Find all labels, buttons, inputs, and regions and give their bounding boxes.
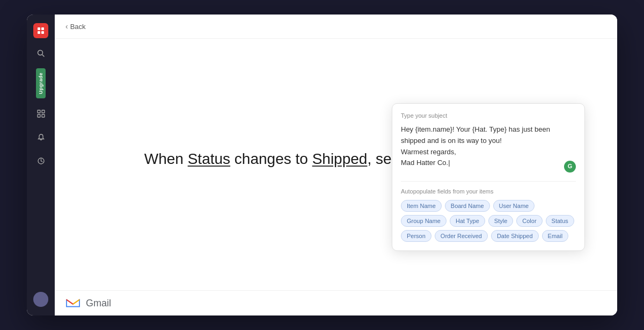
shipped-word[interactable]: Shipped: [312, 150, 368, 167]
gmail-logo-icon: [65, 297, 80, 309]
autopopulate-tag[interactable]: Status: [546, 215, 574, 227]
email-popup-card: Type your subject Hey {item.name}! Your …: [392, 103, 585, 251]
main-content: ‹ Back When Status changes to Shipped, s…: [55, 15, 617, 315]
grammarly-icon: G: [564, 161, 576, 173]
status-word[interactable]: Status: [188, 150, 230, 167]
back-button[interactable]: ‹ Back: [65, 22, 86, 31]
autopopulate-tag[interactable]: Order Received: [435, 230, 488, 242]
back-arrow-icon: ‹: [65, 22, 68, 31]
svg-line-12: [41, 161, 42, 162]
svg-rect-0: [38, 27, 40, 30]
grid-sidebar-icon[interactable]: [32, 105, 49, 122]
autopopulate-tag[interactable]: Email: [542, 230, 569, 242]
autopopulate-tag[interactable]: User Name: [493, 200, 535, 212]
divider: [401, 181, 576, 182]
svg-rect-2: [38, 31, 40, 34]
sidebar-logo: [33, 23, 48, 38]
search-sidebar-icon[interactable]: [32, 45, 49, 62]
sidebar: Upgrade: [27, 15, 55, 315]
svg-rect-8: [38, 114, 40, 117]
autopopulate-tag[interactable]: Person: [401, 230, 431, 242]
bottom-bar: Gmail: [55, 290, 617, 315]
app-window: Upgrade: [27, 15, 617, 315]
sentence-part1: When: [144, 150, 188, 167]
sentence-part2: changes to: [230, 150, 312, 167]
clock-sidebar-icon[interactable]: [32, 152, 49, 169]
back-label: Back: [70, 23, 86, 31]
svg-rect-7: [42, 110, 45, 113]
gmail-label: Gmail: [86, 298, 111, 309]
autopopulate-tag[interactable]: Style: [488, 215, 513, 227]
tags-container: Item NameBoard NameUser NameGroup NameHa…: [401, 200, 576, 242]
upgrade-button[interactable]: Upgrade: [36, 68, 46, 98]
center-area: When Status changes to Shipped, send an …: [55, 39, 617, 290]
autopopulate-tag[interactable]: Board Name: [445, 200, 490, 212]
autopopulate-tag[interactable]: Item Name: [401, 200, 442, 212]
autopopulate-tag[interactable]: Hat Type: [450, 215, 485, 227]
svg-rect-1: [41, 27, 44, 30]
email-body-content: Hey {item.name}! Your {Hat. Type} has ju…: [401, 125, 550, 167]
autopopulate-tag[interactable]: Date Shipped: [491, 230, 539, 242]
user-avatar[interactable]: [33, 292, 48, 307]
svg-line-5: [42, 55, 44, 56]
bell-sidebar-icon[interactable]: [32, 128, 49, 146]
top-bar: ‹ Back: [55, 15, 617, 39]
svg-rect-9: [42, 114, 45, 117]
svg-rect-6: [38, 110, 40, 113]
email-body-text[interactable]: Hey {item.name}! Your {Hat. Type} has ju…: [401, 124, 576, 173]
autopopulate-label: Autopopulate fields from your items: [401, 188, 576, 195]
autopopulate-tag[interactable]: Group Name: [401, 215, 447, 227]
autopopulate-tag[interactable]: Color: [516, 215, 542, 227]
svg-point-4: [38, 50, 42, 55]
subject-label: Type your subject: [401, 112, 576, 119]
svg-rect-3: [41, 31, 44, 34]
